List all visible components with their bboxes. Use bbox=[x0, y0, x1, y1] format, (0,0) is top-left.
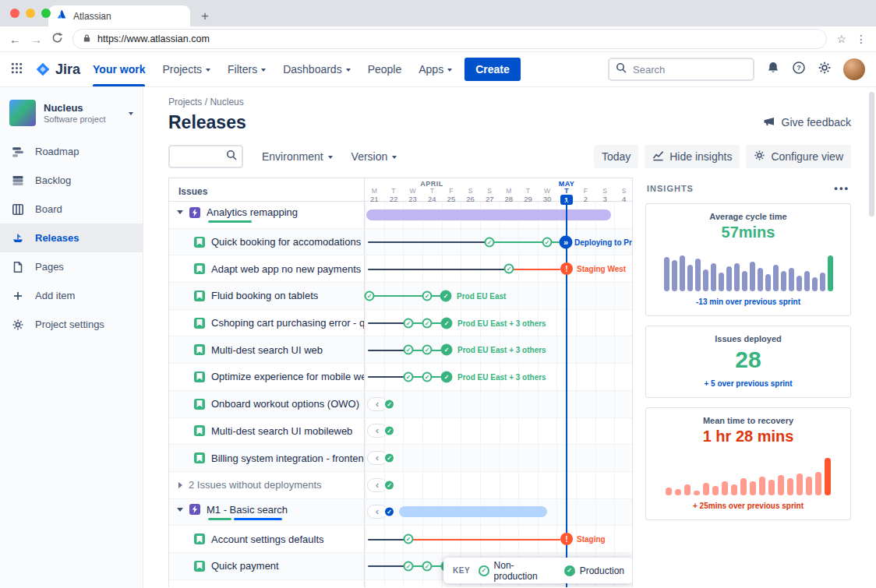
sidebar-item-add-item[interactable]: Add item bbox=[0, 281, 143, 310]
issue-cell[interactable]: Multi-dest search UI mobileweb bbox=[169, 418, 365, 445]
outline-deployment-node[interactable]: ✓ bbox=[404, 534, 414, 544]
create-button[interactable]: Create bbox=[464, 58, 521, 81]
issue-cell[interactable]: M1 - Basic search bbox=[169, 499, 365, 526]
minimize-window-button[interactable] bbox=[26, 9, 35, 18]
collapse-chevron-icon[interactable] bbox=[177, 508, 183, 512]
epic-timeline-bar[interactable] bbox=[399, 506, 547, 517]
issue-cell[interactable]: Quick booking for accomodations bbox=[169, 229, 365, 255]
configure-view-button[interactable]: Configure view bbox=[746, 145, 851, 168]
sidebar-item-board[interactable]: Board bbox=[0, 195, 143, 224]
reload-icon[interactable] bbox=[51, 32, 63, 47]
today-button[interactable]: Today bbox=[594, 145, 638, 168]
give-feedback-button[interactable]: Give feedback bbox=[763, 115, 852, 130]
outline-deployment-node[interactable]: ✓ bbox=[404, 561, 414, 571]
zoom-window-button[interactable] bbox=[41, 9, 51, 18]
app-switcher-icon[interactable] bbox=[11, 62, 23, 77]
search-icon bbox=[226, 150, 237, 164]
filled-deployment-node[interactable]: ✓ bbox=[440, 290, 452, 301]
outline-deployment-node[interactable]: ✓ bbox=[422, 290, 433, 301]
issue-cell[interactable]: Adapt web app no new payments provi bbox=[169, 255, 365, 282]
close-window-button[interactable] bbox=[10, 9, 19, 18]
environment-dropdown[interactable]: Environment bbox=[262, 150, 333, 163]
forward-icon[interactable]: → bbox=[30, 33, 42, 45]
issue-cell[interactable]: Optimize experience for mobile web bbox=[169, 364, 365, 390]
outline-deployment-node[interactable]: ✓ bbox=[485, 237, 495, 247]
outline-deployment-node[interactable]: ✓ bbox=[365, 290, 375, 301]
topnav-item-projects[interactable]: Projects bbox=[162, 52, 210, 86]
issue-cell[interactable]: Cshoping cart purchasing error - quick bbox=[169, 310, 365, 336]
release-search-input[interactable] bbox=[175, 150, 226, 164]
filled-deployment-node[interactable]: ✓ bbox=[441, 344, 453, 356]
day-header: M28 bbox=[500, 187, 519, 203]
global-search[interactable] bbox=[608, 58, 754, 81]
pipeline-segment bbox=[368, 241, 489, 243]
chart-bar bbox=[765, 274, 771, 291]
chevron-down-icon[interactable] bbox=[129, 112, 133, 115]
release-search[interactable] bbox=[168, 145, 243, 168]
error-deployment-node[interactable]: ! bbox=[560, 262, 573, 275]
filled-deployment-node[interactable]: ✓ bbox=[441, 317, 453, 329]
page-scrollbar[interactable] bbox=[869, 92, 874, 217]
outline-deployment-node[interactable]: ✓ bbox=[422, 561, 433, 571]
hide-insights-button[interactable]: Hide insights bbox=[645, 145, 740, 168]
outline-deployment-node[interactable]: ✓ bbox=[504, 264, 514, 274]
sidebar-item-label: Add item bbox=[35, 290, 75, 301]
url-text: https://www.atlassian.com bbox=[97, 33, 210, 44]
settings-icon[interactable] bbox=[818, 61, 832, 78]
filled-deployment-node[interactable]: ✓ bbox=[441, 371, 453, 382]
outline-deployment-node[interactable]: ✓ bbox=[404, 345, 414, 355]
issue-label: Billing system integration - frontend bbox=[211, 452, 364, 464]
sidebar-item-project-settings[interactable]: Project settings bbox=[0, 310, 143, 339]
sidebar-item-backlog[interactable]: Backlog bbox=[0, 166, 143, 195]
jira-logo[interactable]: Jira bbox=[35, 62, 80, 78]
deploying-deployment-node[interactable]: » bbox=[560, 235, 573, 248]
window-controls bbox=[10, 9, 51, 18]
topnav-item-dashboards[interactable]: Dashboards bbox=[283, 52, 351, 86]
browser-tab[interactable]: Atlassian bbox=[48, 5, 190, 26]
issue-cell[interactable]: Multi-dest search UI web bbox=[169, 336, 365, 363]
sidebar-item-releases[interactable]: Releases bbox=[0, 224, 143, 252]
story-icon bbox=[194, 452, 205, 463]
error-deployment-node[interactable]: ! bbox=[560, 533, 573, 545]
issue-cell[interactable]: Fast trip search bbox=[169, 580, 365, 587]
outline-deployment-node[interactable]: ✓ bbox=[404, 318, 414, 328]
insight-cards: Average cycle time57mins-13 min over pre… bbox=[645, 203, 851, 520]
chart-bar bbox=[750, 262, 755, 291]
topnav-item-filters[interactable]: Filters bbox=[228, 52, 266, 86]
version-dropdown[interactable]: Version bbox=[351, 150, 397, 163]
notifications-icon[interactable] bbox=[766, 61, 780, 78]
epic-timeline-bar[interactable] bbox=[366, 209, 611, 220]
project-header[interactable]: Nucleus Software project bbox=[0, 100, 143, 137]
issue-cell[interactable]: Onboard workout options (OWO) bbox=[169, 391, 365, 417]
outline-deployment-node[interactable]: ✓ bbox=[422, 371, 433, 382]
issue-cell[interactable]: Billing system integration - frontend bbox=[169, 445, 365, 471]
new-tab-button[interactable]: + bbox=[201, 9, 209, 23]
back-icon[interactable]: ← bbox=[9, 33, 21, 45]
issue-cell[interactable]: Fluid booking on tablets bbox=[169, 283, 365, 309]
star-icon[interactable]: ☆ bbox=[836, 33, 846, 45]
topnav-item-apps[interactable]: Apps bbox=[419, 52, 452, 86]
insights-menu-icon[interactable]: ••• bbox=[834, 182, 850, 194]
topnav-item-people[interactable]: People bbox=[368, 52, 402, 86]
card-caption: + 5 over previous sprint bbox=[655, 379, 841, 388]
outline-deployment-node[interactable]: ✓ bbox=[542, 237, 553, 247]
help-icon[interactable]: ? bbox=[792, 61, 806, 78]
more-icon[interactable]: ⋮ bbox=[856, 33, 867, 45]
breadcrumb-projects[interactable]: Projects bbox=[168, 97, 202, 107]
outline-deployment-node[interactable]: ✓ bbox=[422, 345, 433, 355]
issue-cell[interactable]: Analytics remapping bbox=[169, 202, 365, 228]
search-input[interactable] bbox=[631, 63, 747, 76]
expand-chevron-icon[interactable] bbox=[178, 482, 182, 488]
issue-cell[interactable]: 2 Issues without deployments bbox=[169, 472, 365, 498]
url-bar[interactable]: https://www.atlassian.com bbox=[72, 29, 827, 49]
issue-cell[interactable]: Account settings defaults bbox=[169, 526, 365, 552]
breadcrumb-nucleus[interactable]: Nucleus bbox=[210, 97, 243, 107]
sidebar-item-pages[interactable]: Pages bbox=[0, 252, 143, 281]
outline-deployment-node[interactable]: ✓ bbox=[404, 371, 414, 382]
topnav-item-your-work[interactable]: Your work bbox=[93, 52, 145, 86]
collapse-chevron-icon[interactable] bbox=[177, 210, 183, 214]
user-avatar[interactable] bbox=[843, 58, 865, 80]
sidebar-item-roadmap[interactable]: Roadmap bbox=[0, 137, 143, 166]
issue-cell[interactable]: Quick payment bbox=[169, 553, 365, 579]
outline-deployment-node[interactable]: ✓ bbox=[422, 318, 433, 328]
